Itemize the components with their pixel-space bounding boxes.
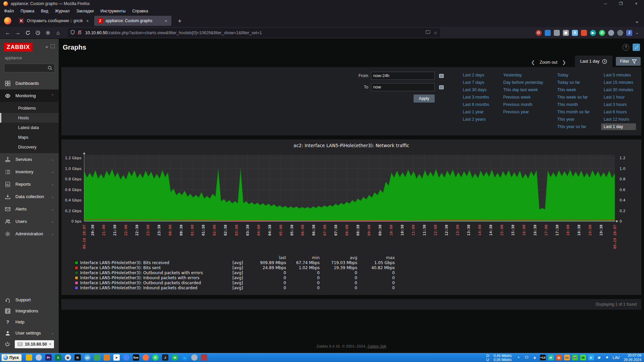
notes-extension-icon[interactable]: A: [572, 30, 578, 36]
tray-teal-icon[interactable]: ⇄: [548, 355, 554, 360]
tray-telegram-icon[interactable]: ➤: [588, 355, 594, 360]
tab-close-icon[interactable]: ×: [86, 18, 90, 23]
preset-last-2-days[interactable]: Last 2 days: [460, 72, 492, 78]
url-bar[interactable]: 10.10.60.50/zabbix.php?action=charts.vie…: [68, 28, 440, 38]
preset-last-1-year[interactable]: Last 1 year: [460, 109, 492, 115]
preset-previous-year[interactable]: Previous year: [500, 109, 546, 115]
sidebar-item-support[interactable]: Support: [0, 294, 59, 305]
orange-app-icon[interactable]: [104, 354, 110, 361]
sidebar-item-services[interactable]: Services⌄: [0, 153, 59, 166]
tabs-overflow-chevron-icon[interactable]: ⌄: [635, 18, 644, 24]
preset-last-15-minutes[interactable]: Last 15 minutes: [601, 79, 636, 86]
screenshot-icon[interactable]: [426, 30, 430, 35]
insecure-lock-icon[interactable]: [77, 30, 82, 36]
time-shift-left-icon[interactable]: ❮: [531, 60, 535, 65]
firefox-icon[interactable]: [143, 354, 149, 361]
spotify-icon[interactable]: ≋: [172, 354, 178, 361]
n-app-icon[interactable]: N: [74, 354, 81, 361]
disc-icon[interactable]: ◉: [65, 354, 71, 361]
toolbar-overflow-chevron-icon[interactable]: ⌄: [632, 31, 641, 35]
tray-temp-badge[interactable]: +13: [540, 355, 546, 360]
puzzle-extension-icon[interactable]: [554, 30, 560, 36]
sidebar-item-administration[interactable]: Administration⌄: [0, 228, 59, 240]
red-app-icon[interactable]: [201, 354, 207, 361]
zoom-out-button[interactable]: Zoom out: [540, 60, 557, 65]
signin-host-chip[interactable]: ?10.10.60.50×: [15, 340, 54, 348]
teamviewer-icon[interactable]: ↔: [181, 354, 188, 361]
sidebar-item-latest-data[interactable]: Latest data: [0, 123, 59, 132]
menu-Справка[interactable]: Справка: [132, 9, 148, 13]
back-button[interactable]: ←: [3, 28, 13, 38]
menu-Закладки[interactable]: Закладки: [76, 9, 94, 13]
shield-extension-icon[interactable]: [545, 30, 551, 36]
sidebar-search[interactable]: [4, 64, 55, 72]
avatar-extension-icon[interactable]: [608, 30, 614, 36]
menu-Файл[interactable]: Файл: [4, 9, 14, 13]
sidebar-item-maps[interactable]: Maps: [0, 132, 59, 142]
minimize-button[interactable]: ─: [598, 0, 613, 7]
tray-36-badge[interactable]: 36: [580, 355, 586, 360]
tray-usb-icon[interactable]: ψ: [532, 355, 538, 360]
photos-icon[interactable]: [94, 354, 100, 361]
new-tab-button[interactable]: ＋: [173, 17, 187, 25]
preset-this-month-so-far[interactable]: This month so far: [554, 109, 592, 115]
preset-previous-month[interactable]: Previous month: [500, 101, 546, 108]
restore-button[interactable]: ❐: [613, 0, 629, 7]
power-extension-icon[interactable]: ⏻: [536, 30, 542, 36]
preset-this-year-so-far[interactable]: This year so far: [554, 123, 592, 130]
time-range-tab[interactable]: Last 1 day: [575, 56, 613, 67]
menu-Вид[interactable]: Вид: [41, 9, 48, 13]
chrome-icon[interactable]: [123, 354, 129, 361]
traffic-chart[interactable]: 20:3021:0021:3022:0022:3023:0023:3000:00…: [63, 149, 640, 253]
sidebar-search-input[interactable]: [6, 66, 48, 70]
preset-last-1-day[interactable]: Last 1 day: [601, 123, 636, 130]
menu-Правка[interactable]: Правка: [21, 9, 35, 13]
tray-network-icon[interactable]: 🖳: [596, 355, 602, 360]
menu-Журнал[interactable]: Журнал: [55, 9, 70, 13]
from-input[interactable]: [371, 72, 435, 80]
tray-monitor-icon[interactable]: 🖵: [524, 355, 530, 360]
grid-extension-icon[interactable]: ▦: [563, 30, 569, 36]
sidebar-item-dashboards[interactable]: Dashboards: [0, 77, 59, 89]
zabbix-logo[interactable]: ZABBIX: [4, 43, 33, 52]
cursor-app-icon[interactable]: ➤: [113, 354, 120, 361]
whatsapp-extension-icon[interactable]: ✆: [599, 30, 605, 36]
letter-j-app-icon[interactable]: J: [162, 354, 168, 361]
excel-icon[interactable]: X: [55, 354, 61, 361]
preset-last-1-hour[interactable]: Last 1 hour: [601, 94, 636, 101]
preset-last-30-minutes[interactable]: Last 30 minutes: [601, 86, 636, 93]
whatsapp-icon[interactable]: ✆: [152, 354, 159, 361]
account-extension-icon[interactable]: [617, 30, 623, 36]
tray-alien-icon[interactable]: 👽: [572, 355, 578, 360]
preset-last-30-days[interactable]: Last 30 days: [460, 86, 492, 93]
tracking-shield-icon[interactable]: [70, 30, 75, 36]
help-icon[interactable]: ?: [623, 44, 629, 51]
preset-day-before-yesterday[interactable]: Day before yesterday: [500, 79, 546, 86]
from-calendar-icon[interactable]: [437, 72, 445, 80]
sidebar-item-reports[interactable]: Reports⌄: [0, 178, 59, 190]
tab-close-icon[interactable]: ×: [164, 18, 168, 23]
browser-tab[interactable]: Zappliance: Custom graphs×: [94, 16, 171, 26]
zabbix-sia-link[interactable]: Zabbix SIA: [367, 344, 386, 348]
tray-target-icon[interactable]: ◎: [556, 355, 562, 360]
preset-last-5-minutes[interactable]: Last 5 minutes: [601, 72, 636, 78]
preset-previous-week[interactable]: Previous week: [500, 94, 546, 101]
sidebar-item-inventory[interactable]: Inventory⌄: [0, 166, 59, 178]
tray-chevron-up-icon[interactable]: ^: [516, 355, 522, 360]
preset-last-6-hours[interactable]: Last 6 hours: [601, 109, 636, 115]
sidebar-item-users[interactable]: Users⌄: [0, 215, 59, 228]
sphere-app-icon[interactable]: [191, 354, 198, 361]
menu-Инструменты[interactable]: Инструменты: [101, 9, 126, 13]
preset-this-year[interactable]: This year: [554, 116, 592, 123]
sidebar-item-help[interactable]: ?Help: [0, 316, 59, 327]
letter-j-extension-icon[interactable]: J: [626, 30, 632, 36]
premiere-icon[interactable]: Pr: [45, 354, 52, 361]
taskbar-clock[interactable]: 20:07:09 29.09.2024: [624, 353, 643, 362]
preset-last-3-hours[interactable]: Last 3 hours: [601, 101, 636, 108]
preset-last-3-months[interactable]: Last 3 months: [460, 94, 492, 101]
start-button[interactable]: Пуск: [1, 354, 22, 361]
preset-last-12-hours[interactable]: Last 12 hours: [601, 116, 636, 123]
close-button[interactable]: ×: [629, 0, 644, 7]
sidebar-item-10-10-60-50[interactable]: ?10.10.60.50×: [0, 339, 59, 350]
tray-speaker-icon[interactable]: 🕪: [604, 355, 610, 360]
